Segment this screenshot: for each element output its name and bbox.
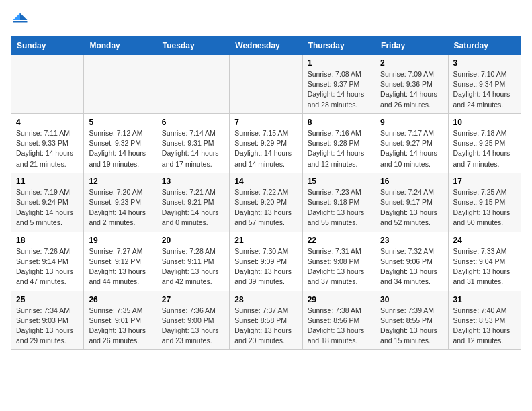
weekday-header-wednesday: Wednesday — [230, 37, 302, 55]
day-info: Sunrise: 7:33 AMSunset: 9:04 PMDaylight:… — [453, 246, 516, 287]
day-cell-10: 10Sunrise: 7:18 AMSunset: 9:25 PMDayligh… — [448, 113, 521, 173]
day-info: Sunrise: 7:19 AMSunset: 9:24 PMDaylight:… — [16, 187, 79, 228]
weekday-header-friday: Friday — [375, 37, 448, 55]
day-number: 18 — [16, 236, 79, 245]
day-number: 22 — [308, 236, 370, 245]
day-info: Sunrise: 7:25 AMSunset: 9:15 PMDaylight:… — [453, 187, 516, 228]
day-cell-8: 8Sunrise: 7:16 AMSunset: 9:28 PMDaylight… — [302, 113, 375, 173]
weekday-header-saturday: Saturday — [448, 37, 521, 55]
week-row-4: 18Sunrise: 7:26 AMSunset: 9:14 PMDayligh… — [11, 232, 521, 291]
svg-rect-3 — [13, 21, 28, 22]
day-number: 15 — [308, 177, 370, 186]
day-cell-12: 12Sunrise: 7:20 AMSunset: 9:23 PMDayligh… — [84, 173, 157, 232]
day-info: Sunrise: 7:37 AMSunset: 8:58 PMDaylight:… — [234, 306, 297, 347]
day-info: Sunrise: 7:14 AMSunset: 9:31 PMDaylight:… — [162, 128, 224, 169]
day-cell-30: 30Sunrise: 7:39 AMSunset: 8:55 PMDayligh… — [375, 291, 448, 350]
day-info: Sunrise: 7:12 AMSunset: 9:32 PMDaylight:… — [89, 128, 151, 169]
day-cell-2: 2Sunrise: 7:09 AMSunset: 9:36 PMDaylight… — [375, 55, 448, 114]
day-number: 10 — [453, 118, 516, 127]
day-cell-13: 13Sunrise: 7:21 AMSunset: 9:21 PMDayligh… — [157, 173, 229, 232]
day-info: Sunrise: 7:31 AMSunset: 9:08 PMDaylight:… — [308, 246, 370, 287]
day-cell-1: 1Sunrise: 7:08 AMSunset: 9:37 PMDaylight… — [302, 55, 375, 114]
day-info: Sunrise: 7:21 AMSunset: 9:21 PMDaylight:… — [162, 187, 224, 228]
day-info: Sunrise: 7:10 AMSunset: 9:34 PMDaylight:… — [453, 69, 516, 110]
day-cell-26: 26Sunrise: 7:35 AMSunset: 9:01 PMDayligh… — [84, 291, 157, 350]
day-number: 23 — [380, 236, 443, 245]
day-info: Sunrise: 7:24 AMSunset: 9:17 PMDaylight:… — [380, 187, 443, 228]
week-row-5: 25Sunrise: 7:34 AMSunset: 9:03 PMDayligh… — [11, 291, 521, 350]
day-cell-11: 11Sunrise: 7:19 AMSunset: 9:24 PMDayligh… — [11, 173, 84, 232]
empty-cell — [84, 55, 157, 114]
day-number: 16 — [380, 177, 443, 186]
day-info: Sunrise: 7:15 AMSunset: 9:29 PMDaylight:… — [234, 128, 297, 169]
day-cell-29: 29Sunrise: 7:38 AMSunset: 8:56 PMDayligh… — [302, 291, 375, 350]
day-number: 21 — [234, 236, 297, 245]
day-info: Sunrise: 7:38 AMSunset: 8:56 PMDaylight:… — [308, 306, 370, 347]
day-info: Sunrise: 7:32 AMSunset: 9:06 PMDaylight:… — [380, 246, 443, 287]
day-number: 20 — [162, 236, 224, 245]
day-number: 19 — [89, 236, 151, 245]
day-number: 5 — [89, 118, 151, 127]
day-number: 24 — [453, 236, 516, 245]
day-number: 8 — [308, 118, 370, 127]
day-number: 6 — [162, 118, 224, 127]
day-cell-5: 5Sunrise: 7:12 AMSunset: 9:32 PMDaylight… — [84, 113, 157, 173]
day-cell-14: 14Sunrise: 7:22 AMSunset: 9:20 PMDayligh… — [230, 173, 302, 232]
day-info: Sunrise: 7:35 AMSunset: 9:01 PMDaylight:… — [89, 306, 151, 347]
day-info: Sunrise: 7:09 AMSunset: 9:36 PMDaylight:… — [380, 69, 443, 110]
day-info: Sunrise: 7:39 AMSunset: 8:55 PMDaylight:… — [380, 306, 443, 347]
day-cell-31: 31Sunrise: 7:40 AMSunset: 8:53 PMDayligh… — [448, 291, 521, 350]
day-cell-28: 28Sunrise: 7:37 AMSunset: 8:58 PMDayligh… — [230, 291, 302, 350]
week-row-3: 11Sunrise: 7:19 AMSunset: 9:24 PMDayligh… — [11, 173, 521, 232]
day-number: 3 — [453, 58, 516, 68]
day-number: 27 — [162, 295, 224, 304]
day-number: 12 — [89, 177, 151, 186]
day-number: 29 — [308, 295, 370, 304]
day-info: Sunrise: 7:23 AMSunset: 9:18 PMDaylight:… — [308, 187, 370, 228]
day-number: 31 — [453, 295, 516, 304]
day-info: Sunrise: 7:28 AMSunset: 9:11 PMDaylight:… — [162, 246, 224, 287]
day-info: Sunrise: 7:27 AMSunset: 9:12 PMDaylight:… — [89, 246, 151, 287]
day-number: 30 — [380, 295, 443, 304]
day-number: 26 — [89, 295, 151, 304]
logo-icon — [11, 11, 30, 30]
day-number: 13 — [162, 177, 224, 186]
day-number: 1 — [308, 58, 370, 68]
day-number: 7 — [234, 118, 297, 127]
day-cell-27: 27Sunrise: 7:36 AMSunset: 9:00 PMDayligh… — [157, 291, 229, 350]
day-cell-22: 22Sunrise: 7:31 AMSunset: 9:08 PMDayligh… — [302, 232, 375, 291]
day-number: 11 — [16, 177, 79, 186]
weekday-header-thursday: Thursday — [302, 37, 375, 55]
calendar-table: SundayMondayTuesdayWednesdayThursdayFrid… — [11, 36, 521, 350]
day-cell-17: 17Sunrise: 7:25 AMSunset: 9:15 PMDayligh… — [448, 173, 521, 232]
week-row-2: 4Sunrise: 7:11 AMSunset: 9:33 PMDaylight… — [11, 113, 521, 173]
day-info: Sunrise: 7:40 AMSunset: 8:53 PMDaylight:… — [453, 306, 516, 347]
day-info: Sunrise: 7:20 AMSunset: 9:23 PMDaylight:… — [89, 187, 151, 228]
day-info: Sunrise: 7:26 AMSunset: 9:14 PMDaylight:… — [16, 246, 79, 287]
empty-cell — [157, 55, 229, 114]
day-cell-18: 18Sunrise: 7:26 AMSunset: 9:14 PMDayligh… — [11, 232, 84, 291]
day-info: Sunrise: 7:18 AMSunset: 9:25 PMDaylight:… — [453, 128, 516, 169]
day-cell-24: 24Sunrise: 7:33 AMSunset: 9:04 PMDayligh… — [448, 232, 521, 291]
day-cell-6: 6Sunrise: 7:14 AMSunset: 9:31 PMDaylight… — [157, 113, 229, 173]
week-row-1: 1Sunrise: 7:08 AMSunset: 9:37 PMDaylight… — [11, 55, 521, 114]
day-cell-16: 16Sunrise: 7:24 AMSunset: 9:17 PMDayligh… — [375, 173, 448, 232]
day-info: Sunrise: 7:08 AMSunset: 9:37 PMDaylight:… — [308, 69, 370, 110]
day-info: Sunrise: 7:16 AMSunset: 9:28 PMDaylight:… — [308, 128, 370, 169]
day-info: Sunrise: 7:34 AMSunset: 9:03 PMDaylight:… — [16, 306, 79, 347]
logo — [11, 11, 32, 30]
day-cell-15: 15Sunrise: 7:23 AMSunset: 9:18 PMDayligh… — [302, 173, 375, 232]
day-cell-7: 7Sunrise: 7:15 AMSunset: 9:29 PMDaylight… — [230, 113, 302, 173]
day-info: Sunrise: 7:36 AMSunset: 9:00 PMDaylight:… — [162, 306, 224, 347]
weekday-header-tuesday: Tuesday — [157, 37, 229, 55]
day-number: 14 — [234, 177, 297, 186]
day-cell-4: 4Sunrise: 7:11 AMSunset: 9:33 PMDaylight… — [11, 113, 84, 173]
day-cell-21: 21Sunrise: 7:30 AMSunset: 9:09 PMDayligh… — [230, 232, 302, 291]
day-cell-9: 9Sunrise: 7:17 AMSunset: 9:27 PMDaylight… — [375, 113, 448, 173]
page-header — [11, 11, 521, 30]
day-info: Sunrise: 7:22 AMSunset: 9:20 PMDaylight:… — [234, 187, 297, 228]
day-cell-23: 23Sunrise: 7:32 AMSunset: 9:06 PMDayligh… — [375, 232, 448, 291]
day-info: Sunrise: 7:11 AMSunset: 9:33 PMDaylight:… — [16, 128, 79, 169]
day-number: 4 — [16, 118, 79, 127]
day-cell-20: 20Sunrise: 7:28 AMSunset: 9:11 PMDayligh… — [157, 232, 229, 291]
